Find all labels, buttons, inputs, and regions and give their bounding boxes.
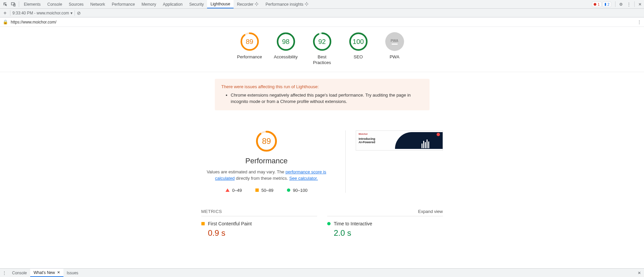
warnings-panel: There were issues affecting this run of … <box>215 79 430 110</box>
tab-performance[interactable]: Performance <box>108 0 138 8</box>
tab-memory[interactable]: Memory <box>138 0 159 8</box>
gauge-score: 92 <box>313 32 332 51</box>
gauge-label: Performance <box>237 54 262 60</box>
tab-performance-insights[interactable]: Performance insights⯎ <box>262 0 312 8</box>
report-content: 89 Performance 98 Accessibility 92 Best … <box>0 27 644 268</box>
square-icon <box>255 188 259 192</box>
settings-icon[interactable]: ⚙ <box>617 0 625 8</box>
gauge-score: PWA <box>391 39 398 43</box>
drawer-tab-whats-new[interactable]: What's New ✕ <box>30 269 63 277</box>
report-url-bar: 🔒 https://www.moichor.com/ ⋮ <box>0 17 644 27</box>
new-report-button[interactable]: + <box>2 10 8 16</box>
score-gauges: 89 Performance 98 Accessibility 92 Best … <box>0 27 644 72</box>
report-selector[interactable]: 9:33:40 PM - www.moichor.com▾ <box>12 11 72 15</box>
tab-recorder[interactable]: Recorder⯎ <box>234 0 262 8</box>
metrics-heading: METRICS <box>201 209 222 214</box>
tab-console[interactable]: Console <box>44 0 65 8</box>
chevron-down-icon: ▾ <box>70 11 72 15</box>
preview-icon: ⯎ <box>255 2 259 7</box>
gauge-pwa[interactable]: PWA PWA <box>381 32 408 66</box>
lock-icon: 🔒 <box>3 19 8 24</box>
close-devtools-icon[interactable]: ✕ <box>636 0 644 8</box>
close-tab-icon[interactable]: ✕ <box>57 270 60 275</box>
gauge-label: Accessibility <box>274 54 298 60</box>
drawer-tab-bar: ⋮ Console What's New ✕ Issues ✕ <box>0 268 644 277</box>
tab-elements[interactable]: Elements <box>20 0 44 8</box>
performance-big-gauge: 89 <box>256 130 277 152</box>
metrics-grid: First Contentful Paint 0.9 s Time to Int… <box>201 216 443 238</box>
close-drawer-icon[interactable]: ✕ <box>635 269 644 277</box>
report-menu-icon[interactable]: ⋮ <box>637 20 641 24</box>
metric-value: 2.0 s <box>334 228 443 238</box>
metric-value: 0.9 s <box>208 228 317 238</box>
device-toggle-icon[interactable] <box>9 0 17 8</box>
performance-heading: Performance <box>201 157 332 165</box>
preview-icon: ⯎ <box>305 2 309 7</box>
gauge-label: SEO <box>354 54 363 60</box>
gauge-accessibility[interactable]: 98 Accessibility <box>273 32 299 66</box>
warning-item: Chrome extensions negatively affected th… <box>231 92 423 105</box>
drawer-kebab-icon[interactable]: ⋮ <box>0 269 9 277</box>
gauge-label: Best Practices <box>309 54 336 66</box>
tab-network[interactable]: Network <box>87 0 108 8</box>
metric-fcp: First Contentful Paint 0.9 s <box>201 216 317 238</box>
legend-mid: 50–89 <box>255 188 274 193</box>
drawer-tab-issues[interactable]: Issues <box>63 269 82 277</box>
gauge-score: 98 <box>277 32 295 51</box>
tab-lighthouse[interactable]: Lighthouse <box>207 0 234 8</box>
circle-icon <box>287 188 290 192</box>
gauge-label: PWA <box>390 54 399 60</box>
gauge-seo[interactable]: 100 SEO <box>345 32 372 66</box>
score-legend: 0–49 50–89 90–100 <box>201 188 332 193</box>
message-count-badge[interactable]: ▮2 <box>603 2 611 7</box>
warnings-title: There were issues affecting this run of … <box>221 84 423 89</box>
legend-low: 0–49 <box>226 188 242 193</box>
page-screenshot-thumbnail: Moichor IntroducingAI-Powered <box>356 130 443 151</box>
circle-icon <box>327 222 331 225</box>
metric-tti: Time to Interactive 2.0 s <box>327 216 443 238</box>
devtools-tab-bar: Elements Console Sources Network Perform… <box>0 0 644 9</box>
inspect-icon[interactable] <box>1 0 9 8</box>
clear-icon[interactable]: ⊘ <box>77 10 81 16</box>
tab-security[interactable]: Security <box>186 0 207 8</box>
lighthouse-toolbar: + 9:33:40 PM - www.moichor.com▾ ⊘ <box>0 9 644 17</box>
kebab-menu-icon[interactable]: ⋮ <box>625 0 633 8</box>
expand-view-toggle[interactable]: Expand view <box>418 209 443 214</box>
report-url: https://www.moichor.com/ <box>11 20 56 24</box>
performance-description: Values are estimated and may vary. The p… <box>201 169 332 182</box>
tab-sources[interactable]: Sources <box>65 0 87 8</box>
tab-application[interactable]: Application <box>159 0 186 8</box>
see-calculator-link[interactable]: See calculator. <box>289 176 318 181</box>
gauge-score: 100 <box>349 32 368 51</box>
triangle-icon <box>226 188 230 192</box>
error-count-badge[interactable]: 1 <box>592 2 601 7</box>
drawer-tab-console[interactable]: Console <box>9 269 30 277</box>
gauge-performance[interactable]: 89 Performance <box>236 32 263 66</box>
gauge-best-practices[interactable]: 92 Best Practices <box>309 32 336 66</box>
performance-big-score: 89 <box>256 130 277 152</box>
gauge-score: 89 <box>240 32 259 51</box>
legend-high: 90–100 <box>287 188 307 193</box>
square-icon <box>201 222 205 225</box>
